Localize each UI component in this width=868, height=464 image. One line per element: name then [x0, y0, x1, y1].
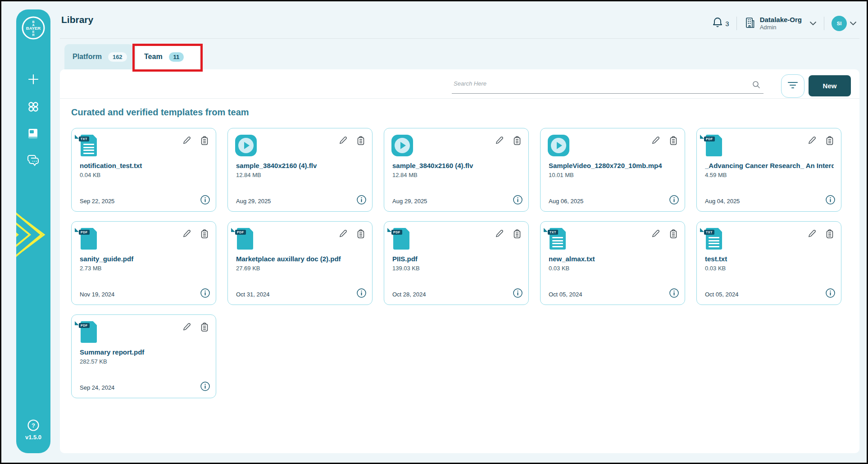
header-divider-bar [736, 17, 737, 30]
book-icon[interactable] [27, 127, 40, 141]
file-size: 12.84 MB [236, 172, 261, 178]
info-icon[interactable] [825, 288, 836, 300]
edit-pencil-icon[interactable] [495, 136, 504, 146]
file-size: 4.59 MB [705, 172, 727, 178]
file-card[interactable]: SampleVideo_1280x720_10mb.mp4 10.01 MB A… [540, 128, 685, 212]
file-card[interactable]: TXT notification_test.txt 0. [71, 128, 216, 212]
info-icon[interactable] [825, 195, 836, 207]
file-date: Sep 22, 2025 [80, 198, 114, 205]
filter-button[interactable] [781, 74, 804, 98]
org-selector[interactable]: Datalake-Org Admin [744, 16, 817, 31]
file-card[interactable]: PDF Marketplace auxillary doc (2).pdf 27… [227, 221, 373, 305]
svg-text:E: E [32, 30, 35, 33]
add-icon[interactable] [27, 73, 40, 86]
file-name: Summary report.pdf [80, 348, 209, 356]
file-card[interactable]: PDF Summary report.pdf 282.57 KB Sep 24,… [71, 314, 216, 398]
info-icon[interactable] [669, 288, 679, 300]
new-button[interactable]: New [809, 75, 851, 96]
edit-pencil-icon[interactable] [807, 136, 817, 146]
file-name: test.txt [705, 255, 834, 263]
header-divider-bar [824, 17, 824, 30]
edit-pencil-icon[interactable] [651, 229, 661, 239]
file-size: 0.04 KB [80, 172, 100, 178]
file-card[interactable]: PDF _Advancing Cancer Research_ An Inter… [696, 128, 841, 212]
section-title: Curated and verified templates from team [71, 107, 249, 118]
file-size: 139.03 KB [392, 265, 420, 272]
svg-text:B: B [32, 20, 34, 23]
trash-icon[interactable] [512, 136, 522, 146]
file-size: 0.03 KB [705, 265, 726, 272]
tab-team-count-badge: 11 [169, 52, 184, 62]
search-icon[interactable] [752, 80, 761, 91]
trash-icon[interactable] [825, 136, 835, 146]
tab-platform-label: Platform [73, 53, 102, 61]
trash-icon[interactable] [668, 136, 678, 146]
file-card[interactable]: PDF PIIS.pdf 139.03 KB Oct 28, 2024 [384, 221, 529, 305]
apps-grid-icon[interactable] [27, 100, 40, 114]
info-icon[interactable] [669, 195, 679, 207]
tab-team[interactable]: Team 11 [136, 44, 200, 69]
chat-icon[interactable] [27, 154, 40, 167]
app-version: v1.5.0 [16, 434, 50, 441]
trash-icon[interactable] [825, 229, 835, 239]
file-date: Sep 24, 2024 [80, 384, 114, 391]
edit-pencil-icon[interactable] [182, 136, 192, 146]
trash-icon[interactable] [668, 229, 678, 239]
file-size: 282.57 KB [80, 358, 107, 365]
header-divider [60, 38, 859, 39]
svg-text:R: R [32, 33, 34, 36]
info-icon[interactable] [200, 195, 210, 207]
file-name: PIIS.pdf [392, 255, 521, 263]
file-card[interactable]: TXT test.txt 0.03 KB Oct [696, 221, 841, 305]
file-date: Aug 29, 2025 [236, 198, 271, 205]
info-icon[interactable] [356, 288, 367, 300]
user-menu[interactable]: SI [832, 16, 857, 31]
video-file-icon [235, 135, 257, 156]
info-icon[interactable] [356, 195, 367, 207]
tab-team-label: Team [144, 53, 163, 61]
file-name: Marketplace auxillary doc (2).pdf [236, 255, 365, 263]
edit-pencil-icon[interactable] [338, 136, 348, 146]
edit-pencil-icon[interactable] [182, 229, 192, 239]
search-input[interactable] [452, 77, 763, 94]
trash-icon[interactable] [356, 136, 366, 146]
file-name: new_almax.txt [549, 255, 677, 263]
info-icon[interactable] [513, 288, 523, 300]
file-size: 10.01 MB [549, 172, 574, 178]
trash-icon[interactable] [200, 322, 209, 332]
edit-pencil-icon[interactable] [338, 229, 348, 239]
file-size: 12.84 MB [392, 172, 418, 178]
file-size: 2.73 MB [80, 265, 101, 272]
file-card[interactable]: sample_3840x2160 (4).flv 12.84 MB Aug 29… [227, 128, 373, 212]
file-card[interactable]: TXT new_almax.txt 0.03 KB [540, 221, 685, 305]
file-date: Nov 19, 2024 [80, 291, 114, 298]
info-icon[interactable] [200, 288, 210, 300]
edit-pencil-icon[interactable] [182, 322, 192, 332]
file-name: sanity_guide.pdf [80, 255, 209, 263]
file-name: notification_test.txt [80, 162, 209, 169]
help-icon[interactable]: ? [27, 419, 40, 432]
file-date: Oct 05, 2024 [549, 291, 582, 298]
svg-text:A: A [32, 23, 34, 27]
page-title: Library [61, 14, 93, 25]
trash-icon[interactable] [512, 229, 522, 239]
org-role: Admin [760, 24, 802, 31]
trash-icon[interactable] [200, 136, 209, 146]
trash-icon[interactable] [200, 229, 209, 239]
trash-icon[interactable] [356, 229, 366, 239]
edit-pencil-icon[interactable] [807, 229, 817, 239]
edit-pencil-icon[interactable] [651, 136, 661, 146]
tab-platform[interactable]: Platform 162 [64, 44, 133, 69]
edit-pencil-icon[interactable] [495, 229, 504, 239]
bayer-logo: BAYER B A E R [21, 16, 45, 42]
chevron-down-icon [809, 19, 817, 27]
filter-icon [787, 81, 798, 91]
info-icon[interactable] [513, 195, 523, 207]
file-date: Aug 29, 2025 [392, 198, 427, 205]
file-card[interactable]: sample_3840x2160 (4).flv 12.84 MB Aug 29… [384, 128, 529, 212]
file-name: _Advancing Cancer Research_ An Interdi..… [705, 162, 834, 169]
file-card[interactable]: PDF sanity_guide.pdf 2.73 MB Nov 19, 202… [71, 221, 216, 305]
info-icon[interactable] [200, 381, 210, 393]
notifications-button[interactable]: 3 [712, 17, 729, 30]
avatar: SI [832, 16, 847, 31]
